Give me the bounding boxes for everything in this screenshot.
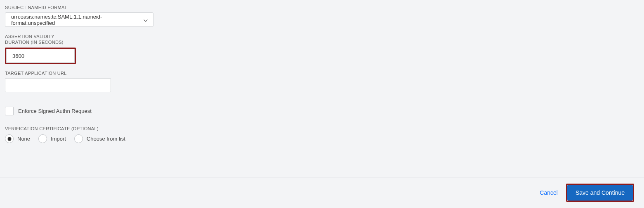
assertion-validity-highlight	[5, 48, 76, 64]
save-button-highlight: Save and Continue	[566, 184, 634, 202]
radio-import-label: Import	[51, 136, 66, 142]
target-url-input[interactable]	[5, 78, 111, 92]
section-divider	[5, 99, 639, 99]
subject-nameid-format-value: urn:oasis:names:tc:SAML:1.1:nameid-forma…	[11, 14, 138, 26]
assertion-validity-label: ASSERTION VALIDITY DURATION (IN SECONDS)	[5, 33, 639, 45]
target-url-label: TARGET APPLICATION URL	[5, 71, 639, 76]
radio-item-import[interactable]: Import	[38, 134, 66, 143]
subject-nameid-format-select[interactable]: urn:oasis:names:tc:SAML:1.1:nameid-forma…	[5, 12, 153, 27]
radio-choose[interactable]	[74, 134, 83, 143]
assertion-validity-input[interactable]	[6, 49, 75, 63]
footer-bar: Cancel Save and Continue	[0, 177, 644, 208]
cancel-button[interactable]: Cancel	[540, 189, 558, 196]
save-and-continue-button[interactable]: Save and Continue	[567, 185, 633, 201]
verification-cert-label: VERIFICATION CERTIFICATE (OPTIONAL)	[5, 126, 639, 131]
enforce-signed-checkbox[interactable]	[5, 107, 14, 115]
enforce-signed-label: Enforce Signed Authn Request	[18, 108, 92, 114]
verification-cert-radios: None Import Choose from list	[5, 134, 639, 143]
subject-nameid-format-label: SUBJECT NAMEID FORMAT	[5, 5, 639, 10]
radio-none-label: None	[17, 136, 30, 142]
verification-cert-group: VERIFICATION CERTIFICATE (OPTIONAL) None…	[5, 126, 639, 143]
radio-choose-label: Choose from list	[87, 136, 125, 142]
radio-item-none[interactable]: None	[5, 134, 30, 143]
subject-nameid-format-group: SUBJECT NAMEID FORMAT urn:oasis:names:tc…	[5, 5, 639, 27]
assertion-validity-group: ASSERTION VALIDITY DURATION (IN SECONDS)	[5, 33, 639, 64]
radio-item-choose[interactable]: Choose from list	[74, 134, 125, 143]
radio-none[interactable]	[5, 134, 14, 143]
target-url-group: TARGET APPLICATION URL	[5, 71, 639, 92]
enforce-signed-row: Enforce Signed Authn Request	[5, 107, 639, 115]
radio-import[interactable]	[38, 134, 47, 143]
